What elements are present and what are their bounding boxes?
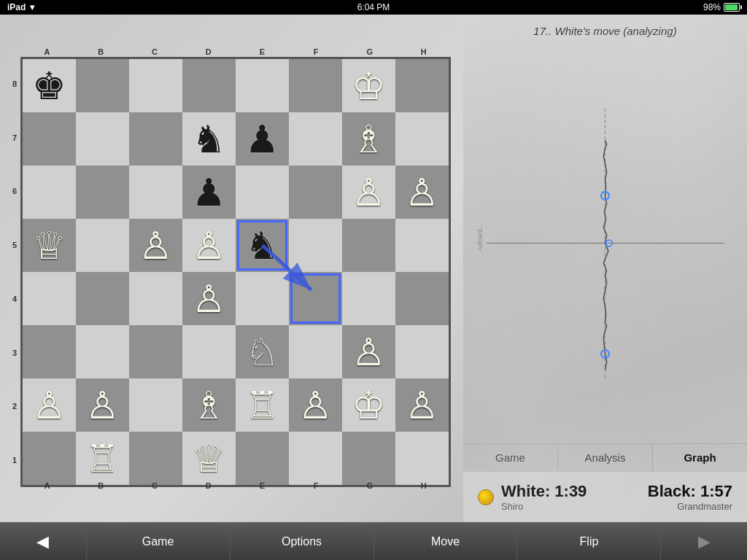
chess-square[interactable] bbox=[395, 325, 449, 378]
chess-square[interactable]: ♙ bbox=[23, 378, 76, 432]
chess-square[interactable]: ♚ bbox=[23, 59, 76, 112]
chess-square[interactable] bbox=[23, 112, 76, 166]
chess-piece: ♔ bbox=[352, 386, 386, 424]
options-button[interactable]: Options bbox=[231, 523, 374, 560]
chess-square[interactable] bbox=[289, 219, 342, 272]
chess-square[interactable] bbox=[129, 272, 182, 325]
chess-square[interactable] bbox=[289, 166, 342, 219]
chess-square[interactable] bbox=[76, 325, 129, 378]
chess-square[interactable]: ♖ bbox=[76, 432, 129, 485]
highlight-square bbox=[290, 273, 341, 324]
file-b-top: B bbox=[74, 46, 128, 57]
chess-square[interactable] bbox=[342, 272, 395, 325]
chess-square[interactable] bbox=[395, 59, 449, 112]
flip-button[interactable]: Flip bbox=[517, 523, 661, 560]
chess-square[interactable]: ♗ bbox=[182, 378, 236, 432]
chess-square[interactable] bbox=[76, 272, 129, 325]
chess-square[interactable] bbox=[236, 59, 289, 112]
black-name: Grandmaster bbox=[677, 501, 732, 512]
chess-square[interactable] bbox=[395, 272, 449, 325]
chess-square[interactable] bbox=[129, 59, 182, 112]
graph-area: Adcent... bbox=[471, 43, 740, 443]
chess-square[interactable] bbox=[289, 325, 342, 378]
chess-square[interactable] bbox=[76, 219, 129, 272]
chess-square[interactable] bbox=[395, 432, 449, 485]
chess-square[interactable] bbox=[395, 112, 449, 166]
chess-piece: ♟ bbox=[245, 120, 279, 158]
chess-square[interactable]: ♙ bbox=[342, 325, 395, 378]
chess-square[interactable] bbox=[289, 432, 342, 485]
chess-square[interactable]: ♟ bbox=[182, 166, 236, 219]
svg-text:Adcent...: Adcent... bbox=[476, 223, 484, 251]
chess-square[interactable] bbox=[129, 378, 182, 432]
chess-piece: ♞ bbox=[245, 227, 279, 265]
chess-square[interactable] bbox=[23, 272, 76, 325]
chess-square[interactable]: ♘ bbox=[236, 325, 289, 378]
chess-square[interactable] bbox=[289, 112, 342, 166]
chess-piece: ♙ bbox=[405, 386, 439, 424]
chess-square[interactable] bbox=[76, 59, 129, 112]
chess-square[interactable]: ♙ bbox=[76, 378, 129, 432]
chess-square[interactable] bbox=[129, 112, 182, 166]
chess-square[interactable]: ♙ bbox=[289, 378, 342, 432]
chess-piece: ♙ bbox=[139, 227, 173, 265]
chess-square[interactable] bbox=[76, 166, 129, 219]
move-button[interactable]: Move bbox=[374, 523, 518, 560]
chess-square[interactable] bbox=[342, 432, 395, 485]
chess-piece: ♙ bbox=[352, 174, 386, 211]
chess-piece: ♘ bbox=[245, 333, 279, 371]
board-wrapper: A B C D E F G H 8 7 6 5 4 3 2 1 bbox=[9, 46, 454, 491]
chess-square[interactable]: ♙ bbox=[395, 378, 449, 432]
chess-square[interactable]: ♙ bbox=[182, 219, 236, 272]
chess-piece: ♙ bbox=[192, 280, 226, 318]
chess-square[interactable]: ♞ bbox=[182, 112, 236, 166]
chess-square[interactable]: ♔ bbox=[342, 378, 395, 432]
tab-graph[interactable]: Graph bbox=[653, 444, 747, 471]
chess-square[interactable]: ♙ bbox=[129, 219, 182, 272]
tab-game[interactable]: Game bbox=[463, 444, 558, 471]
tabs-row: Game Analysis Graph bbox=[463, 443, 747, 471]
file-labels-bottom: A B C D E F G H bbox=[20, 480, 451, 491]
tab-analysis[interactable]: Analysis bbox=[558, 444, 653, 471]
forward-icon: ▶ bbox=[698, 532, 711, 551]
chess-square[interactable]: ♞ bbox=[236, 219, 289, 272]
chess-square[interactable] bbox=[236, 272, 289, 325]
chess-square[interactable] bbox=[182, 59, 236, 112]
chess-square[interactable]: ♙ bbox=[182, 272, 236, 325]
chess-piece: ♖ bbox=[245, 386, 279, 424]
chess-piece: ♖ bbox=[85, 440, 120, 478]
chess-square[interactable] bbox=[23, 432, 76, 485]
forward-button[interactable]: ▶ bbox=[661, 523, 747, 560]
chess-square[interactable] bbox=[182, 325, 236, 378]
chess-square[interactable] bbox=[236, 166, 289, 219]
analysis-graph: Adcent... bbox=[471, 43, 740, 443]
rank-labels-left: 8 7 6 5 4 3 2 1 bbox=[9, 57, 20, 487]
chess-board-container[interactable]: ♚♔♞♟♗♟♙♙♕♙♙♞♙♘♙♙♙♗♖♙♔♙♖♕ bbox=[20, 57, 451, 487]
chess-square[interactable]: ♟ bbox=[236, 112, 289, 166]
chess-square[interactable] bbox=[23, 325, 76, 378]
chess-square[interactable] bbox=[129, 325, 182, 378]
chess-square[interactable]: ♖ bbox=[236, 378, 289, 432]
chess-square[interactable]: ♔ bbox=[342, 59, 395, 112]
back-button[interactable]: ◀ bbox=[0, 523, 87, 560]
chess-square[interactable] bbox=[289, 272, 342, 325]
chess-square[interactable]: ♙ bbox=[342, 166, 395, 219]
chess-square[interactable] bbox=[76, 112, 129, 166]
chess-square[interactable] bbox=[236, 432, 289, 485]
chess-square[interactable]: ♕ bbox=[182, 432, 236, 485]
chess-square[interactable] bbox=[289, 59, 342, 112]
chess-square[interactable] bbox=[342, 219, 395, 272]
chess-square[interactable]: ♗ bbox=[342, 112, 395, 166]
analysis-title: 17.. White's move (analyzing) bbox=[463, 15, 747, 43]
battery-label: 98% bbox=[703, 2, 721, 12]
chess-square[interactable]: ♙ bbox=[395, 166, 449, 219]
chess-square[interactable] bbox=[129, 166, 182, 219]
chess-board[interactable]: ♚♔♞♟♗♟♙♙♕♙♙♞♙♘♙♙♙♗♖♙♔♙♖♕ bbox=[23, 59, 449, 485]
status-bar: iPad ▾ 6:04 PM 98% bbox=[0, 0, 747, 15]
chess-square[interactable] bbox=[129, 432, 182, 485]
chess-square[interactable]: ♕ bbox=[23, 219, 76, 272]
chess-square[interactable] bbox=[23, 166, 76, 219]
game-button[interactable]: Game bbox=[87, 523, 231, 560]
chess-piece: ♞ bbox=[192, 120, 226, 158]
chess-square[interactable] bbox=[395, 219, 449, 272]
